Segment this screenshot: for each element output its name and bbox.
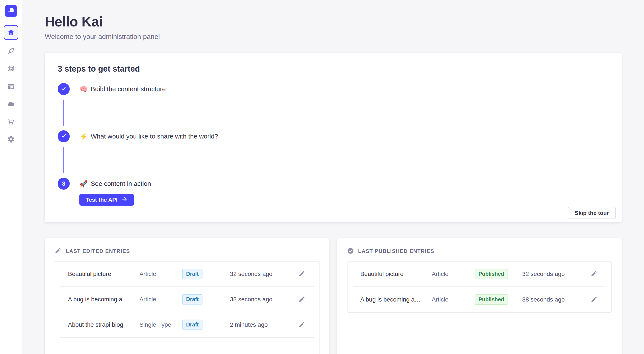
entry-time: 38 seconds ago xyxy=(522,296,586,303)
onboarding-title: 3 steps to get started xyxy=(58,64,609,73)
feather-icon xyxy=(7,47,15,56)
edit-entry-button[interactable] xyxy=(590,295,598,304)
page-title: Hello Kai xyxy=(45,14,622,30)
table-row: Beautiful picture Article Draft 32 secon… xyxy=(60,262,314,287)
step-1-label[interactable]: 🧠 Build the content structure xyxy=(80,85,166,93)
step-2-label[interactable]: ⚡ What would you like to share with the … xyxy=(80,132,218,140)
entry-title: Beautiful picture xyxy=(68,271,140,278)
edit-entry-button[interactable] xyxy=(298,320,306,330)
sidebar xyxy=(0,0,22,354)
table-row: A bug is becoming a… Article Published 3… xyxy=(353,287,606,312)
edit-entry-button[interactable] xyxy=(298,295,306,304)
entry-type: Article xyxy=(140,296,182,303)
app-root: Hello Kai Welcome to your administration… xyxy=(0,0,644,354)
edit-entry-button[interactable] xyxy=(590,270,598,279)
last-published-table: Beautiful picture Article Published 32 s… xyxy=(347,261,612,313)
skip-row: Skip the tour xyxy=(58,207,616,219)
entry-title: A bug is becoming a… xyxy=(360,296,432,303)
last-published-header: LAST PUBLISHED ENTRIES xyxy=(347,247,612,255)
pencil-icon xyxy=(591,270,598,278)
last-published-widget: LAST PUBLISHED ENTRIES Beautiful picture… xyxy=(337,238,622,354)
table-row: A bug is becoming a… Article Draft 38 se… xyxy=(60,287,314,312)
entry-type: Article xyxy=(432,271,474,278)
last-edited-table: Beautiful picture Article Draft 32 secon… xyxy=(55,261,320,354)
gear-icon xyxy=(7,135,15,144)
page-header: Hello Kai Welcome to your administration… xyxy=(45,14,622,41)
sidebar-item-content-manager[interactable] xyxy=(4,45,18,57)
pencil-icon xyxy=(298,321,305,329)
status-badge: Published xyxy=(475,295,508,305)
table-row: Beautiful picture Article Published 32 s… xyxy=(353,262,606,287)
sidebar-item-content-type-builder[interactable] xyxy=(4,81,18,93)
table-row: About the strapi blog Single-Type Draft … xyxy=(60,312,314,338)
cart-icon xyxy=(7,118,15,126)
pencil-icon xyxy=(298,270,305,278)
widget-title: LAST EDITED ENTRIES xyxy=(66,248,130,254)
workplace-button[interactable] xyxy=(5,5,17,17)
circle-check-icon xyxy=(347,247,354,255)
widgets-section: LAST EDITED ENTRIES Beautiful picture Ar… xyxy=(45,238,622,354)
edit-entry-button[interactable] xyxy=(298,270,306,279)
onboarding-card: 3 steps to get started 🧠 Build the conte… xyxy=(45,53,622,222)
step-1-done-circle xyxy=(58,83,70,95)
sidebar-nav xyxy=(4,22,18,146)
last-edited-widget: LAST EDITED ENTRIES Beautiful picture Ar… xyxy=(45,238,330,354)
entry-time: 38 seconds ago xyxy=(230,296,294,303)
entry-type: Article xyxy=(432,296,474,303)
step-3-number-circle: 3 xyxy=(58,178,70,190)
step-connector xyxy=(58,142,609,178)
images-icon xyxy=(7,65,15,73)
layout-icon xyxy=(7,83,15,91)
entry-time: 2 minutes ago xyxy=(230,321,294,328)
sidebar-item-deploy[interactable] xyxy=(4,98,18,110)
lightning-emoji-icon: ⚡ xyxy=(80,132,88,140)
entry-title: About the strapi blog xyxy=(68,321,140,328)
status-badge: Draft xyxy=(182,269,202,279)
entry-title: A bug is becoming a… xyxy=(68,296,140,303)
sidebar-item-media-library[interactable] xyxy=(4,63,18,75)
rocket-emoji-icon: 🚀 xyxy=(80,180,88,188)
main-content: Hello Kai Welcome to your administration… xyxy=(22,0,644,354)
brain-emoji-icon: 🧠 xyxy=(80,85,88,93)
strapi-logo-icon xyxy=(5,5,17,18)
status-badge: Draft xyxy=(182,294,202,305)
step-3-label[interactable]: 🚀 See content in action xyxy=(80,180,151,188)
home-icon xyxy=(7,28,15,37)
entry-time: 32 seconds ago xyxy=(522,271,586,278)
widget-title: LAST PUBLISHED ENTRIES xyxy=(358,248,434,254)
step-connector xyxy=(58,95,609,130)
cloud-icon xyxy=(7,100,15,109)
pencil-icon xyxy=(298,296,305,303)
step-row-1: 🧠 Build the content structure xyxy=(58,83,609,95)
cta-row: Test the API xyxy=(80,194,609,206)
step-row-2: ⚡ What would you like to share with the … xyxy=(58,130,609,142)
skip-tour-button[interactable]: Skip the tour xyxy=(568,207,616,219)
entry-type: Single-Type xyxy=(140,321,182,328)
status-badge: Published xyxy=(475,269,508,279)
entry-type: Article xyxy=(140,271,182,278)
test-api-button[interactable]: Test the API xyxy=(80,194,134,206)
sidebar-item-home[interactable] xyxy=(4,25,18,40)
sidebar-item-marketplace[interactable] xyxy=(4,116,18,128)
entry-title: Beautiful picture xyxy=(360,271,432,278)
entry-time: 32 seconds ago xyxy=(230,271,294,278)
pencil-icon xyxy=(591,296,598,304)
sidebar-item-settings[interactable] xyxy=(4,134,18,146)
pencil-icon xyxy=(55,247,62,255)
page-subtitle: Welcome to your administration panel xyxy=(45,33,622,41)
last-edited-header: LAST EDITED ENTRIES xyxy=(55,247,320,255)
status-badge: Draft xyxy=(182,320,202,330)
arrow-right-icon xyxy=(121,196,128,204)
check-icon xyxy=(61,86,66,93)
steps-list: 🧠 Build the content structure xyxy=(58,83,609,206)
check-icon xyxy=(61,133,66,140)
step-2-done-circle xyxy=(58,130,70,142)
step-row-3: 3 🚀 See content in action xyxy=(58,178,609,190)
table-filler xyxy=(60,338,314,354)
